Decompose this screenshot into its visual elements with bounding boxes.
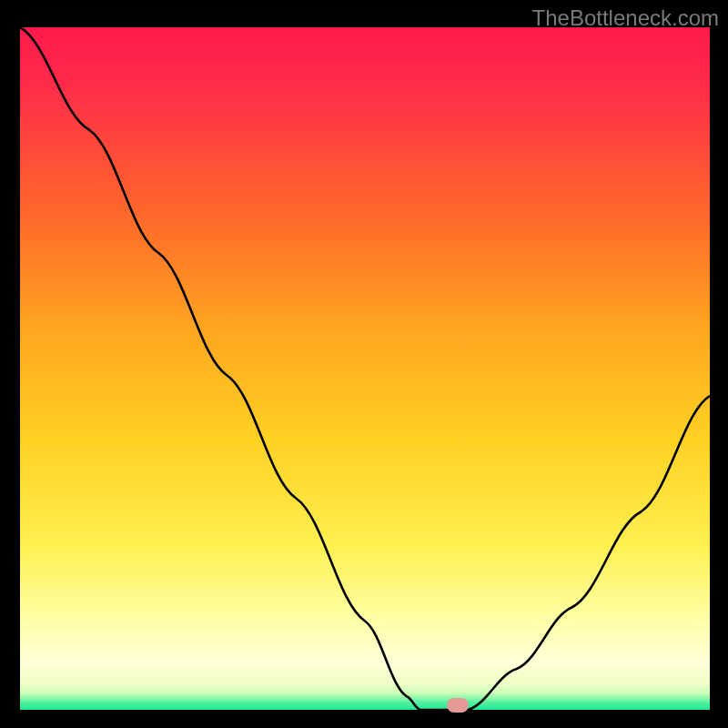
bottleneck-curve (20, 27, 710, 710)
attribution-label: TheBottleneck.com (532, 5, 719, 31)
optimal-marker (447, 698, 469, 713)
